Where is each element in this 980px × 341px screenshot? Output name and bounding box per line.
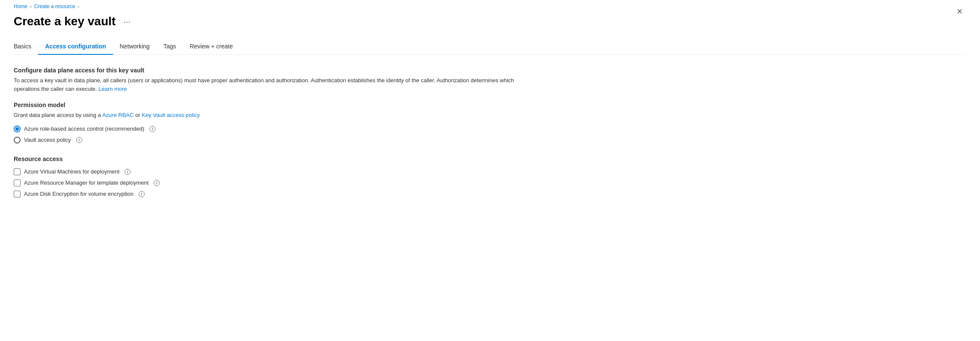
radio-item-vault-policy[interactable]: Vault access policy i <box>14 137 527 144</box>
page-title: Create a key vault <box>14 15 116 28</box>
or-text: or <box>135 112 140 118</box>
radio-item-rbac[interactable]: Azure role-based access control (recomme… <box>14 126 527 132</box>
breadcrumb-home[interactable]: Home <box>14 3 27 9</box>
page-title-row: Create a key vault ··· <box>14 11 966 39</box>
permission-model-radio-group: Azure role-based access control (recomme… <box>14 126 527 144</box>
radio-rbac-label: Azure role-based access control (recomme… <box>24 126 144 132</box>
breadcrumb-separator-1: › <box>30 4 32 9</box>
permission-model-heading: Permission model <box>14 102 527 108</box>
page-wrapper: Home › Create a resource › Create a key … <box>0 0 980 341</box>
breadcrumb-separator-2: › <box>78 4 80 9</box>
checkbox-vm-deployment-label: Azure Virtual Machines for deployment <box>24 168 119 175</box>
resource-access-section: Resource access Azure Virtual Machines f… <box>14 156 527 197</box>
close-button[interactable]: ✕ <box>953 5 966 18</box>
tab-basics[interactable]: Basics <box>14 39 38 55</box>
tab-networking[interactable]: Networking <box>113 39 157 55</box>
rbac-info-icon[interactable]: i <box>149 126 155 132</box>
checkbox-item-disk-encryption[interactable]: Azure Disk Encryption for volume encrypt… <box>14 191 527 197</box>
learn-more-link[interactable]: Learn more <box>98 86 127 92</box>
checkbox-arm-template[interactable] <box>14 179 21 186</box>
checkbox-arm-template-label: Azure Resource Manager for template depl… <box>24 179 149 186</box>
checkbox-disk-encryption[interactable] <box>14 191 21 197</box>
tab-tags[interactable]: Tags <box>157 39 183 55</box>
radio-vault-policy-label: Vault access policy <box>24 137 71 143</box>
breadcrumb-create-resource[interactable]: Create a resource <box>34 3 75 9</box>
arm-template-info-icon[interactable]: i <box>154 180 160 186</box>
checkbox-vm-deployment[interactable] <box>14 168 21 175</box>
resource-access-heading: Resource access <box>14 156 527 162</box>
tab-review-create[interactable]: Review + create <box>183 39 240 55</box>
configure-description: To access a key vault in data plane, all… <box>14 76 527 93</box>
content-area: Configure data plane access for this key… <box>14 67 527 197</box>
checkbox-item-vm-deployment[interactable]: Azure Virtual Machines for deployment i <box>14 168 527 175</box>
checkbox-disk-encryption-label: Azure Disk Encryption for volume encrypt… <box>24 191 134 197</box>
configure-heading: Configure data plane access for this key… <box>14 67 527 74</box>
radio-vault-policy-input[interactable] <box>14 137 21 144</box>
azure-rbac-link[interactable]: Azure RBAC <box>102 112 134 118</box>
permission-model-desc-text: Grant data plane access by using a <box>14 112 101 118</box>
breadcrumb: Home › Create a resource › <box>14 0 966 11</box>
permission-model-section: Permission model Grant data plane access… <box>14 102 527 144</box>
more-options-button[interactable]: ··· <box>121 16 133 27</box>
tabs-bar: Basics Access configuration Networking T… <box>14 39 966 55</box>
key-vault-access-policy-link[interactable]: Key Vault access policy <box>142 112 200 118</box>
disk-encryption-info-icon[interactable]: i <box>139 191 145 197</box>
tab-access-configuration[interactable]: Access configuration <box>38 39 113 55</box>
checkbox-item-arm-template[interactable]: Azure Resource Manager for template depl… <box>14 179 527 186</box>
resource-access-checkbox-group: Azure Virtual Machines for deployment i … <box>14 168 527 197</box>
permission-model-desc: Grant data plane access by using a Azure… <box>14 111 527 120</box>
configure-section: Configure data plane access for this key… <box>14 67 527 93</box>
radio-rbac-input[interactable] <box>14 126 21 132</box>
configure-description-text: To access a key vault in data plane, all… <box>14 77 514 92</box>
vault-policy-info-icon[interactable]: i <box>76 137 82 143</box>
vm-deployment-info-icon[interactable]: i <box>125 169 131 175</box>
